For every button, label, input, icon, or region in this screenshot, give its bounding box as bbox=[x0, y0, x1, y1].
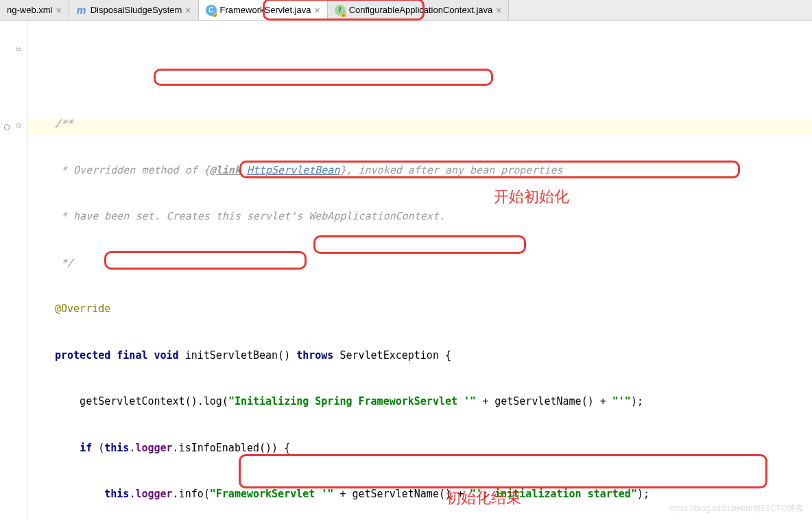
editor-area: ⊟ ○ ⊟ /** * Overridden method of {@link … bbox=[0, 21, 812, 520]
close-icon[interactable]: × bbox=[314, 5, 320, 16]
method-name: initServletBean() bbox=[179, 349, 297, 362]
tab-label: DisposalSludgeSystem bbox=[91, 5, 182, 15]
fold-icon[interactable]: ⊟ bbox=[16, 121, 21, 130]
override-gutter-icon[interactable]: ○ bbox=[4, 121, 10, 132]
tab-label: ng-web.xml bbox=[7, 5, 52, 15]
override-annotation: @Override bbox=[55, 303, 110, 315]
fold-icon[interactable]: ⊟ bbox=[16, 44, 21, 53]
javadoc-end: */ bbox=[55, 257, 73, 269]
java-class-icon: C🔒 bbox=[206, 5, 217, 16]
tab-label: FrameworkServlet.java bbox=[220, 5, 311, 15]
code-editor[interactable]: /** * Overridden method of {@link HttpSe… bbox=[27, 21, 812, 520]
tab-configurable-application-context[interactable]: I🔒 ConfigurableApplicationContext.java × bbox=[328, 0, 510, 20]
javadoc-start: /** bbox=[55, 117, 73, 130]
lock-icon: 🔒 bbox=[211, 11, 218, 17]
maven-icon: m bbox=[76, 5, 87, 16]
tab-framework-servlet[interactable]: C🔒 FrameworkServlet.java × bbox=[199, 0, 328, 20]
java-interface-icon: I🔒 bbox=[335, 5, 346, 16]
lock-icon: 🔒 bbox=[340, 11, 347, 17]
watermark: https://blog.csdn.net/m@51CTO博客 bbox=[670, 503, 804, 515]
tab-disposal-sludge-system[interactable]: m DisposalSludgeSystem × bbox=[69, 0, 199, 20]
tab-label: ConfigurableApplicationContext.java bbox=[349, 5, 493, 15]
close-icon[interactable]: × bbox=[56, 5, 61, 16]
editor-tabs: ng-web.xml × m DisposalSludgeSystem × C🔒… bbox=[0, 0, 812, 21]
gutter: ⊟ ○ ⊟ bbox=[0, 21, 27, 520]
close-icon[interactable]: × bbox=[185, 5, 191, 16]
close-icon[interactable]: × bbox=[496, 5, 501, 16]
tab-ng-web-xml[interactable]: ng-web.xml × bbox=[0, 0, 69, 20]
